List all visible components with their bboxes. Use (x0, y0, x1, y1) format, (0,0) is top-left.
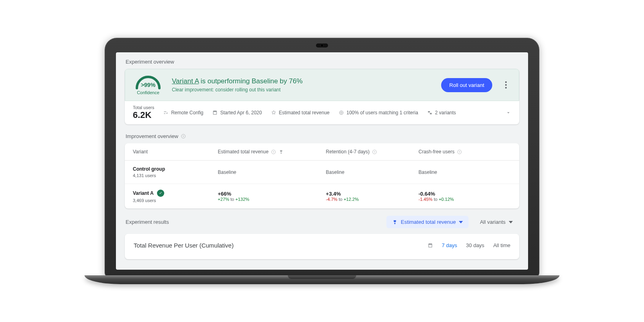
matching-chip: 100% of users matching 1 criteria (339, 110, 418, 116)
winning-variant-link[interactable]: Variant A (172, 77, 199, 85)
help-icon[interactable]: ? (181, 134, 186, 139)
table-header: Variant Estimated total revenue ? Retent… (125, 143, 519, 161)
remote-config-icon (163, 110, 169, 116)
variant-name: Control group (133, 166, 218, 172)
chart-card: Total Revenue Per User (Cumulative) 7 da… (125, 234, 519, 259)
improvement-table: Variant Estimated total revenue ? Retent… (125, 143, 519, 208)
col-revenue: Estimated total revenue ? (218, 149, 326, 155)
experiment-overview-title: Experiment overview (126, 59, 518, 65)
svg-point-1 (341, 112, 342, 114)
table-row[interactable]: Variant A3,469 users+66%+27% to +132%+3.… (125, 184, 519, 208)
calendar-icon (212, 110, 218, 116)
svg-text:?: ? (374, 151, 376, 153)
chevron-down-icon[interactable] (506, 110, 511, 116)
variant-name: Variant A (133, 190, 218, 197)
improvement-overview-title: Improvement overview ? (126, 133, 518, 139)
laptop-frame: Experiment overview >99% Confidence Vari… (105, 38, 539, 284)
camera-icon (316, 43, 328, 47)
caret-down-icon (509, 221, 513, 223)
app-screen: Experiment overview >99% Confidence Vari… (116, 52, 528, 270)
overview-card: >99% Confidence Variant A is outperformi… (125, 69, 519, 124)
confidence-gauge: >99% Confidence (133, 75, 163, 95)
calendar-icon (427, 243, 433, 248)
banner-title: Variant A is outperforming Baseline by 7… (172, 77, 432, 85)
svg-text:?: ? (273, 151, 275, 153)
remote-config-chip: Remote Config (163, 110, 203, 116)
range-30days[interactable]: 30 days (466, 242, 485, 248)
variants-icon (427, 110, 433, 116)
caret-down-icon (459, 221, 463, 223)
more-menu-icon[interactable] (501, 81, 511, 89)
svg-text:?: ? (183, 135, 184, 138)
star-icon (271, 110, 277, 116)
banner-subtitle: Clear improvement: consider rolling out … (172, 87, 432, 93)
variant-users: 3,469 users (133, 198, 218, 203)
svg-text:?: ? (459, 151, 460, 153)
performance-banner: >99% Confidence Variant A is outperformi… (125, 69, 519, 101)
crashfree-cell: -0.64%-1.45% to +0.12% (419, 191, 511, 202)
retention-cell: Baseline (326, 169, 419, 175)
col-variant: Variant (133, 149, 218, 155)
range-all[interactable]: All time (493, 242, 510, 248)
trophy-icon (279, 149, 284, 155)
range-7days[interactable]: 7 days (442, 242, 457, 248)
retention-cell: +3.4%-4.7% to +12.2% (326, 191, 419, 202)
revenue-cell: +66%+27% to +132% (218, 191, 326, 202)
laptop-base (85, 275, 559, 284)
trophy-icon (392, 219, 398, 225)
revenue-chip: Estimated total revenue (271, 110, 330, 116)
help-icon[interactable]: ? (372, 149, 377, 155)
bezel: Experiment overview >99% Confidence Vari… (105, 38, 539, 277)
crashfree-cell: Baseline (419, 169, 511, 175)
rollout-button[interactable]: Roll out variant (441, 78, 492, 92)
total-users: Total users 6.2K (133, 105, 154, 120)
col-retention: Retention (4-7 days) ? (326, 149, 419, 155)
confidence-label: Confidence (133, 90, 163, 95)
help-icon[interactable]: ? (457, 149, 462, 155)
variant-filter-dropdown[interactable]: All variants (474, 216, 518, 228)
summary-row[interactable]: Total users 6.2K Remote Config Started A… (125, 101, 519, 124)
chart-title: Total Revenue Per User (Cumulative) (134, 242, 427, 249)
metric-filter-dropdown[interactable]: Estimated total revenue (386, 216, 469, 228)
time-range-selector: 7 days 30 days All time (427, 242, 510, 248)
revenue-cell: Baseline (218, 169, 326, 175)
col-crashfree: Crash-free users ? (419, 149, 511, 155)
started-chip: Started Apr 6, 2020 (212, 110, 262, 116)
target-icon (339, 110, 344, 116)
results-bar: Experiment results Estimated total reven… (126, 216, 518, 228)
confidence-pct: >99% (141, 82, 156, 88)
winner-badge-icon (157, 190, 164, 197)
help-icon[interactable]: ? (271, 149, 276, 155)
variant-users: 4,131 users (133, 173, 218, 178)
experiment-results-title: Experiment results (126, 219, 381, 225)
table-row[interactable]: Control group4,131 usersBaselineBaseline… (125, 161, 519, 184)
variants-chip: 2 variants (427, 110, 456, 116)
svg-point-0 (339, 111, 343, 114)
